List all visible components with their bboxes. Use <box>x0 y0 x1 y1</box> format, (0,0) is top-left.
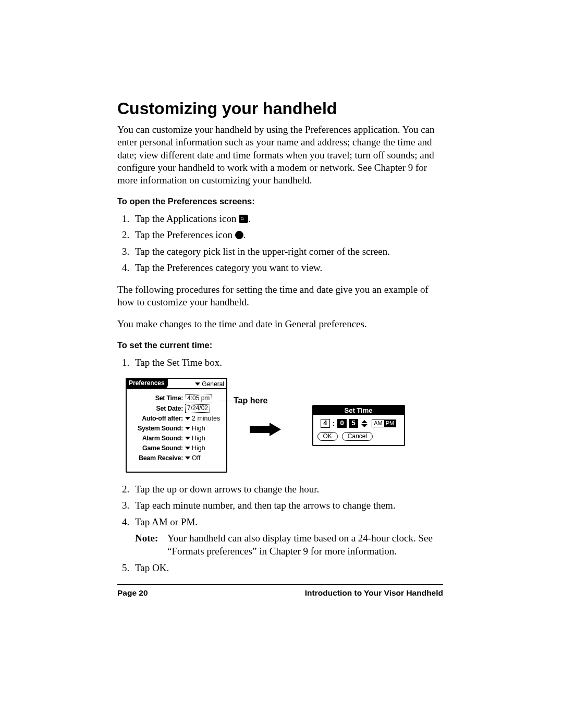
ok-button[interactable]: OK <box>317 432 338 440</box>
arrow-up-icon[interactable] <box>361 420 368 423</box>
arrow-icon <box>250 423 284 436</box>
dropdown-triangle-icon <box>185 456 190 460</box>
note-text: Your handheld can also display time base… <box>167 532 443 558</box>
minute-tens-box[interactable]: 0 <box>337 419 347 428</box>
set-time-step-3: Tap each minute number, and then tap the… <box>132 498 443 513</box>
spinner <box>361 420 368 427</box>
row-set-time: Set Time: 4:05 pm <box>131 394 222 402</box>
set-time-step-2: Tap the up or down arrows to change the … <box>132 482 443 497</box>
system-sound-label: System Sound: <box>131 425 183 433</box>
pm-option[interactable]: PM <box>384 420 396 427</box>
preferences-titlebar: Preferences General <box>127 379 226 389</box>
paragraph-general-prefs: You make changes to the time and date in… <box>117 318 443 330</box>
steps-set-time-cont: Tap the up or down arrows to change the … <box>117 482 443 575</box>
am-option[interactable]: AM <box>372 420 384 427</box>
set-time-step-1: Tap the Set Time box. <box>132 355 443 370</box>
step-1-text-a: Tap the Applications icon <box>135 213 239 224</box>
steps-set-time: Tap the Set Time box. <box>117 355 443 370</box>
cancel-button[interactable]: Cancel <box>342 432 373 440</box>
row-game-sound: Game Sound: High <box>131 445 222 452</box>
page: Customizing your handheld You can custom… <box>0 0 563 728</box>
preferences-body: Set Time: 4:05 pm Set Date: 7/24/02 Auto… <box>127 389 226 471</box>
category-label: General <box>202 380 224 388</box>
beam-receive-value: Off <box>192 454 200 462</box>
colon: : <box>332 419 335 427</box>
section-set-time-title: To set the current time: <box>117 340 443 350</box>
figure-row: Preferences General Set Time: 4:05 pm Se… <box>126 378 443 472</box>
row-system-sound: System Sound: High <box>131 425 222 433</box>
note-block: Note: Your handheld can also display tim… <box>135 532 443 558</box>
dropdown-triangle-icon <box>195 382 200 386</box>
set-time-step-4: Tap AM or PM. Note: Your handheld can al… <box>132 515 443 558</box>
game-sound-picklist[interactable]: High <box>185 445 205 452</box>
heading: Customizing your handheld <box>117 99 443 118</box>
arrow-down-icon[interactable] <box>361 424 368 427</box>
beam-receive-picklist[interactable]: Off <box>185 454 200 462</box>
am-pm-toggle[interactable]: AM PM <box>372 419 396 427</box>
preferences-icon <box>235 231 243 239</box>
applications-icon <box>239 215 248 223</box>
alarm-sound-value: High <box>192 435 205 442</box>
time-row: 4 : 0 5 AM PM <box>317 419 400 428</box>
callout-tap-here: Tap here <box>234 396 268 405</box>
game-sound-label: Game Sound: <box>131 445 183 452</box>
auto-off-value: 2 minutes <box>192 415 220 423</box>
note-label: Note: <box>135 532 167 558</box>
step-1: Tap the Applications icon . <box>132 212 443 226</box>
beam-receive-label: Beam Receive: <box>131 454 183 462</box>
row-auto-off: Auto-off after: 2 minutes <box>131 415 222 423</box>
steps-open-prefs: Tap the Applications icon . Tap the Pref… <box>117 212 443 275</box>
alarm-sound-label: Alarm Sound: <box>131 435 183 442</box>
set-time-dialog-title: Set Time <box>313 406 404 415</box>
preferences-title: Preferences <box>127 379 168 388</box>
step-2-text-a: Tap the Preferences icon <box>135 229 235 240</box>
set-date-label: Set Date: <box>131 405 183 413</box>
system-sound-picklist[interactable]: High <box>185 425 205 433</box>
set-time-dialog-body: 4 : 0 5 AM PM OK Cancel <box>313 415 404 445</box>
paragraph-following: The following procedures for setting the… <box>117 283 443 309</box>
section-open-prefs-title: To open the Preferences screens: <box>117 196 443 206</box>
alarm-sound-picklist[interactable]: High <box>185 435 205 442</box>
leader-line <box>219 401 236 401</box>
step-2-text-b: . <box>243 229 246 240</box>
footer: Page 20 Introduction to Your Visor Handh… <box>117 584 443 598</box>
row-beam-receive: Beam Receive: Off <box>131 454 222 462</box>
minute-ones-box[interactable]: 5 <box>349 419 358 428</box>
dropdown-triangle-icon <box>185 447 190 450</box>
set-time-box[interactable]: 4:05 pm <box>185 394 212 402</box>
step-4: Tap the Preferences category you want to… <box>132 261 443 275</box>
system-sound-value: High <box>192 425 205 433</box>
dropdown-triangle-icon <box>185 427 190 430</box>
set-time-step-5: Tap OK. <box>132 561 443 575</box>
set-time-step-4-text: Tap AM or PM. <box>135 516 198 527</box>
step-1-text-b: . <box>248 213 251 224</box>
set-time-label: Set Time: <box>131 394 183 402</box>
preferences-screen: Preferences General Set Time: 4:05 pm Se… <box>126 378 227 472</box>
dialog-button-row: OK Cancel <box>317 432 400 440</box>
step-3: Tap the category pick list in the upper-… <box>132 244 443 259</box>
game-sound-value: High <box>192 445 205 452</box>
set-date-box[interactable]: 7/24/02 <box>185 404 210 412</box>
intro-paragraph: You can customize your handheld by using… <box>117 124 443 187</box>
row-alarm-sound: Alarm Sound: High <box>131 435 222 442</box>
category-picklist[interactable]: General <box>195 379 226 388</box>
row-set-date: Set Date: 7/24/02 <box>131 404 222 412</box>
set-time-dialog: Set Time 4 : 0 5 AM PM <box>312 405 405 446</box>
dropdown-triangle-icon <box>185 437 190 440</box>
auto-off-label: Auto-off after: <box>131 415 183 423</box>
step-2: Tap the Preferences icon . <box>132 228 443 242</box>
footer-page-number: Page 20 <box>117 588 148 598</box>
footer-chapter-title: Introduction to Your Visor Handheld <box>305 588 443 598</box>
dropdown-triangle-icon <box>185 417 190 420</box>
auto-off-picklist[interactable]: 2 minutes <box>185 415 220 423</box>
hour-box[interactable]: 4 <box>321 419 330 428</box>
